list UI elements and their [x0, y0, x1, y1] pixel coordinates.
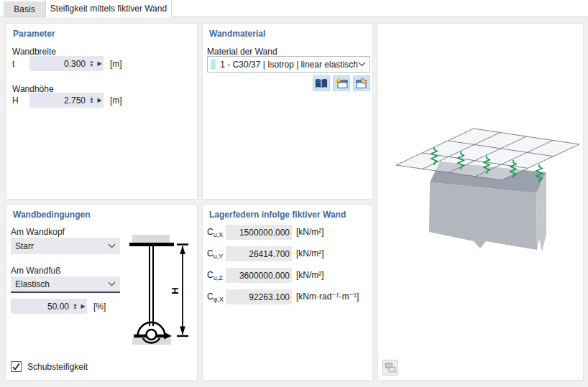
book-library-icon	[315, 78, 328, 89]
cuy-unit: [kN/m²]	[296, 248, 324, 258]
panel-wandbedingungen: Wandbedingungen Am Wandkopf Starr Am Wan…	[6, 204, 198, 381]
wandfuss-percent-unit: [%]	[93, 302, 106, 312]
chevron-down-icon	[358, 62, 366, 67]
spinner-expand-icon[interactable]: ▶	[96, 60, 104, 67]
spinner-up-down-icon[interactable]: ▲▼	[88, 97, 96, 104]
wandkopf-selected-value: Starr	[15, 241, 34, 251]
material-selected-value: 1 - C30/37 | Isotrop | linear elastisch	[220, 60, 358, 70]
wall-front-face	[429, 182, 537, 250]
schubsteifigkeit-checkbox[interactable]	[11, 361, 22, 372]
slab-grid-plate	[396, 129, 579, 180]
material-new-button[interactable]	[333, 75, 350, 91]
wandbreite-input[interactable]: 0.300 ▲▼ ▶	[29, 56, 104, 71]
dimension-h-label: H	[170, 287, 180, 294]
cphix-unit: [kNm·rad⁻¹·m⁻¹]	[296, 292, 359, 302]
edit-window-hand-icon	[355, 78, 368, 89]
new-window-star-icon	[335, 78, 348, 89]
wandfuss-label: Am Wandfuß	[11, 266, 61, 276]
spinner-up-down-icon[interactable]: ▲▼	[88, 60, 96, 67]
cuz-value-field: 3600000.000	[226, 268, 292, 283]
wandhoehe-input[interactable]: 2.750 ▲▼ ▶	[29, 93, 104, 108]
cuy-value-field: 26414.700	[226, 246, 292, 261]
wandfuss-percent-value: 50.00	[11, 302, 71, 312]
panel-parameter: Parameter Wandbreite t 0.300 ▲▼ ▶ [m] Wa…	[6, 23, 198, 200]
material-label: Material der Wand	[207, 47, 277, 57]
view-options-button[interactable]	[382, 360, 398, 376]
panel-wandmaterial: Wandmaterial Material der Wand 1 - C30/3…	[202, 23, 373, 200]
wandfuss-select[interactable]: Elastisch	[11, 276, 120, 293]
wandfuss-selected-value: Elastisch	[15, 279, 50, 289]
tab-steifigkeit-label: Steifigkeit mittels fiktiver Wand	[50, 4, 167, 14]
stiffness-dialog: Basis Steifigkeit mittels fiktiver Wand …	[0, 0, 588, 387]
schubsteifigkeit-checkbox-row: Schubsteifigkeit	[11, 361, 88, 372]
wandfuss-percent-input[interactable]: 50.00 ▲▼ ▶	[11, 299, 87, 314]
wandbreite-unit: [m]	[110, 59, 122, 69]
checkmark-icon	[12, 362, 21, 371]
wall-condition-diagram: H	[124, 230, 199, 356]
wandkopf-select[interactable]: Starr	[11, 238, 120, 254]
panel-parameter-title: Parameter	[13, 29, 55, 39]
tab-steifigkeit[interactable]: Steifigkeit mittels fiktiver Wand	[45, 0, 172, 17]
cux-value-field: 1500000.000	[226, 225, 292, 240]
cphix-value-field: 92263.100	[226, 289, 292, 304]
tab-bar: Basis Steifigkeit mittels fiktiver Wand	[0, 0, 588, 17]
panel-3d-preview	[377, 23, 584, 381]
material-select[interactable]: 1 - C30/37 | Isotrop | linear elastisch	[207, 56, 370, 73]
spinner-expand-icon[interactable]: ▶	[96, 97, 104, 103]
slab-shape	[132, 235, 170, 243]
wandbreite-value: 0.300	[29, 59, 88, 69]
panel-lagerfedern: Lagerfedern infolge fiktiver Wand Cu,X 1…	[202, 204, 373, 381]
cuz-value: 3600000.000	[226, 271, 292, 281]
material-color-swatch	[211, 60, 216, 69]
wandkopf-label: Am Wandkopf	[11, 227, 65, 237]
cuy-label: Cu,Y	[207, 248, 223, 260]
material-edit-button[interactable]	[353, 75, 370, 91]
hinge-circle	[147, 330, 157, 340]
cuz-label: Cu,Z	[207, 270, 223, 281]
cphix-value: 92263.100	[226, 292, 292, 302]
wandhoehe-value: 2.750	[29, 95, 88, 106]
cuz-unit: [kN/m²]	[296, 270, 324, 280]
cphix-label: Cφ,X	[207, 292, 224, 303]
schubsteifigkeit-label: Schubsteifigkeit	[27, 362, 88, 372]
chevron-down-icon	[108, 243, 116, 248]
panel-wandbedingungen-title: Wandbedingungen	[13, 210, 91, 220]
chevron-down-icon	[108, 281, 116, 286]
spinner-expand-icon[interactable]: ▶	[79, 303, 87, 309]
tab-basis[interactable]: Basis	[4, 1, 45, 17]
wandhoehe-unit: [m]	[110, 95, 122, 106]
h-symbol: H	[12, 95, 19, 106]
tab-basis-label: Basis	[14, 4, 35, 14]
cux-value: 1500000.000	[226, 228, 292, 238]
cux-label: Cu,X	[207, 227, 223, 238]
cuy-value: 26414.700	[226, 249, 292, 259]
material-library-button[interactable]	[313, 75, 330, 91]
layers-icon	[385, 362, 396, 373]
t-symbol: t	[12, 59, 14, 69]
wall-3d-visualization	[378, 24, 583, 380]
wandbreite-label: Wandbreite	[12, 47, 56, 57]
panel-wandmaterial-title: Wandmaterial	[209, 29, 265, 39]
panel-lagerfedern-title: Lagerfedern infolge fiktiver Wand	[209, 210, 346, 220]
cux-unit: [kN/m²]	[296, 227, 324, 237]
spinner-up-down-icon[interactable]: ▲▼	[71, 303, 79, 310]
